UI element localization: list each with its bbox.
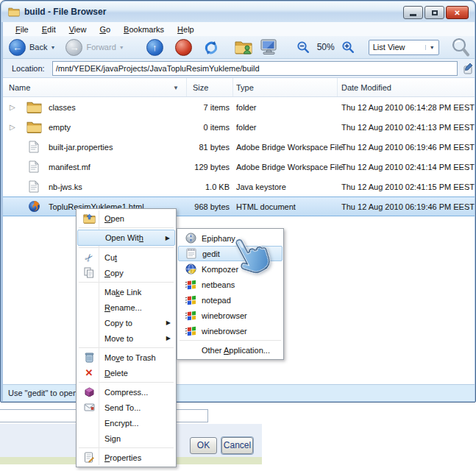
window-title: build - File Browser: [24, 7, 106, 17]
column-header-name[interactable]: Name▼: [3, 78, 187, 96]
ok-button[interactable]: OK: [190, 437, 217, 454]
location-input[interactable]: [52, 61, 458, 76]
menu-view[interactable]: View: [63, 24, 93, 35]
view-mode-value: List View: [373, 43, 405, 52]
file-row-empty[interactable]: ▷ empty 0 items folder Thu 12 Aug 2010 0…: [3, 117, 475, 137]
menu-help[interactable]: Help: [171, 24, 201, 35]
menu-edit[interactable]: Edit: [35, 24, 63, 35]
file-row-html-selected[interactable]: TopluResimYukleme1.html 968 bytes HTML d…: [3, 196, 475, 216]
expander-icon[interactable]: ▷: [10, 103, 15, 111]
menu-item-properties[interactable]: Properties: [77, 450, 175, 465]
file-date: Thu 12 Aug 2010 06:14:28 PM EEST: [341, 103, 475, 112]
restore-button[interactable]: [425, 6, 444, 19]
firefox-icon: [26, 200, 42, 213]
close-icon: ✕: [454, 9, 460, 17]
restore-icon: [432, 10, 438, 15]
menu-item-make-link[interactable]: Make Link: [77, 284, 175, 300]
location-label: Location:: [12, 64, 45, 73]
location-bar: Location:: [3, 59, 475, 78]
file-row-manifest-mf[interactable]: manifest.mf 129 bytes Adobe Bridge Works…: [3, 157, 475, 177]
menu-separator: [79, 447, 174, 448]
globe-icon: [184, 263, 197, 275]
menu-item-move-to-trash[interactable]: Move to Trash: [77, 350, 175, 365]
zoom-in-button[interactable]: [341, 40, 355, 54]
submenu-arrow-icon: ▶: [166, 319, 171, 326]
submenu-item-notepad[interactable]: notepad: [178, 292, 283, 308]
menu-item-open[interactable]: Open: [77, 210, 175, 226]
file-row-built-jar-properties[interactable]: built-jar.properties 81 bytes Adobe Brid…: [3, 137, 475, 157]
forward-label: Forward: [86, 43, 116, 52]
back-label: Back: [29, 43, 47, 52]
menu-item-sign[interactable]: Sign: [77, 431, 175, 446]
submenu-item-winebrowser-1[interactable]: winebrowser: [178, 308, 283, 323]
file-name: empty: [49, 123, 71, 132]
menu-item-copy-to[interactable]: Copy to ▶: [77, 315, 175, 330]
column-header-size[interactable]: Size: [187, 78, 233, 96]
submenu-item-netbeans[interactable]: netbeans: [178, 277, 283, 292]
search-button[interactable]: [450, 36, 472, 58]
up-button[interactable]: ↑: [146, 39, 163, 56]
menu-item-rename[interactable]: Rename...: [77, 300, 175, 315]
submenu-item-kompozer[interactable]: Kompozer: [178, 261, 283, 277]
windows-flag-icon: [184, 295, 197, 305]
file-date: Thu 12 Aug 2010 02:41:14 PM EEST: [341, 163, 475, 171]
menu-item-send-to[interactable]: Send To...: [77, 400, 175, 415]
file-type: folder: [236, 123, 257, 132]
menu-item-cut[interactable]: ✂ Cut: [77, 249, 175, 265]
file-date: Thu 12 Aug 2010 02:41:15 PM EEST: [341, 183, 475, 191]
forward-button[interactable]: → Forward ▼: [65, 39, 127, 56]
file-row-classes[interactable]: ▷ classes 7 items folder Thu 12 Aug 2010…: [3, 97, 475, 117]
status-text: Use "gedit" to open: [8, 389, 77, 397]
back-dropdown-icon[interactable]: ▼: [50, 45, 55, 50]
zoom-level: 50%: [317, 42, 335, 52]
submenu-item-other-application[interactable]: Other Application...: [178, 342, 283, 358]
open-folder-icon: [82, 213, 96, 224]
location-bar-icon[interactable]: [462, 62, 475, 75]
folder-icon: [26, 121, 42, 133]
back-button[interactable]: ← Back ▼: [9, 39, 58, 56]
file-name: built-jar.properties: [49, 143, 113, 152]
menu-item-encrypt[interactable]: Encrypt...: [77, 415, 175, 431]
home-folder-button[interactable]: [235, 40, 252, 54]
status-bar: Use "gedit" to open: [3, 384, 475, 401]
windows-flag-icon: [184, 326, 197, 336]
menu-bookmarks[interactable]: Bookmarks: [117, 24, 171, 35]
file-name: classes: [49, 103, 76, 112]
window-folder-icon: [8, 7, 20, 17]
file-date: Thu 12 Aug 2010 06:19:46 PM EEST: [341, 143, 475, 152]
menu-separator: [79, 382, 174, 383]
trash-icon: [82, 352, 96, 363]
view-mode-caret-icon: ▼: [425, 45, 435, 50]
view-mode-select[interactable]: List View ▼: [369, 40, 439, 55]
submenu-item-gedit[interactable]: gedit: [178, 246, 283, 261]
file-row-nb-jws-ks[interactable]: nb-jws.ks 1.0 KB Java keystore Thu 12 Au…: [3, 177, 475, 196]
cancel-button[interactable]: Cancel: [221, 437, 253, 454]
minimize-button[interactable]: [403, 6, 423, 19]
computer-button[interactable]: [260, 39, 279, 55]
refresh-button[interactable]: [202, 38, 220, 56]
gedit-icon: [185, 248, 198, 259]
menu-separator: [180, 340, 281, 341]
scissors-icon: ✂: [79, 248, 98, 267]
zoom-out-button[interactable]: [296, 40, 310, 54]
menu-item-compress[interactable]: Compress...: [77, 384, 175, 400]
expander-icon[interactable]: ▷: [10, 123, 15, 131]
column-header-type[interactable]: Type: [233, 78, 338, 96]
menu-item-copy[interactable]: Copy: [77, 265, 175, 280]
menu-item-delete[interactable]: ✕ Delete: [77, 365, 175, 380]
envelope-icon: [82, 403, 96, 411]
toolbar: ← Back ▼ → Forward ▼ ↑: [3, 36, 475, 59]
menu-go[interactable]: Go: [93, 24, 117, 35]
forward-dropdown-icon[interactable]: ▼: [119, 45, 124, 50]
submenu-arrow-icon: ▶: [166, 235, 170, 241]
menu-item-move-to[interactable]: Move to ▶: [77, 330, 175, 346]
submenu-item-epiphany[interactable]: Epiphany: [178, 230, 283, 246]
submenu-item-winebrowser-2[interactable]: winebrowser: [178, 323, 283, 339]
menu-file[interactable]: File: [9, 24, 35, 35]
stop-button[interactable]: [175, 39, 192, 56]
close-button[interactable]: ✕: [446, 6, 469, 19]
file-name: manifest.mf: [49, 163, 90, 171]
column-header-date-modified[interactable]: Date Modified: [338, 78, 475, 96]
menu-item-open-with[interactable]: Open With ▶: [77, 230, 175, 246]
back-icon: ←: [9, 39, 26, 56]
